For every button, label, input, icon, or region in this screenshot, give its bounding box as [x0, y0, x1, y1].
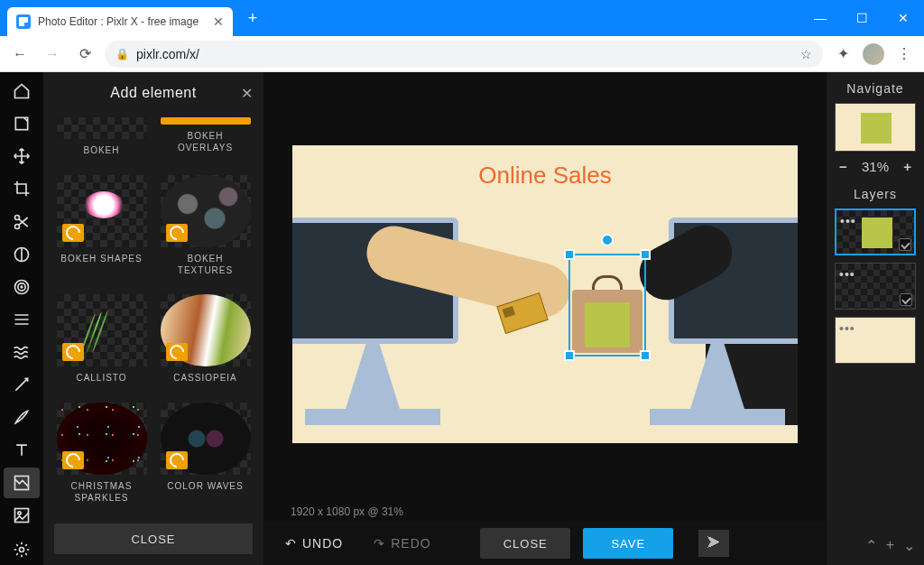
element-label: CASSIOPEIA [173, 372, 237, 384]
home-icon[interactable] [4, 76, 40, 107]
browser-tab[interactable]: Photo Editor : Pixlr X - free image ✕ [7, 7, 233, 36]
image-layer-icon[interactable] [4, 500, 40, 531]
element-item-bokeh-overlays[interactable]: BOKEH OVERLAYS [160, 117, 251, 162]
window-maximize-button[interactable]: ☐ [841, 0, 882, 36]
browser-toolbar: ← → ⟳ 🔒 pixlr.com/x/ ☆ ✦ ⋮ [0, 36, 924, 72]
layer-item-background[interactable]: ••• [835, 317, 916, 364]
expand-panel-icon[interactable]: ⮞ [698, 530, 729, 557]
add-element-tool-icon[interactable] [4, 468, 40, 498]
browser-menu-icon[interactable]: ⋮ [892, 42, 917, 67]
canvas-viewport[interactable]: Online Sales [263, 72, 827, 502]
element-item-callisto[interactable]: CALLISTO [56, 294, 147, 390]
undo-label: UNDO [302, 536, 343, 551]
selection-handle-tr[interactable] [640, 249, 651, 260]
zoom-out-button[interactable]: − [834, 159, 853, 174]
retouch-wand-icon[interactable] [4, 369, 40, 400]
selection-rotate-handle[interactable] [601, 234, 614, 246]
add-layer-icon[interactable]: + [886, 537, 894, 554]
element-thumb [161, 117, 251, 125]
element-item-bokeh-textures[interactable]: BOKEH TEXTURES [160, 175, 251, 282]
navigator-thumbnail[interactable] [835, 103, 916, 152]
selection-box[interactable] [568, 254, 646, 357]
layer-menu-icon[interactable]: ••• [840, 214, 856, 228]
cutout-scissors-icon[interactable] [4, 207, 40, 237]
bookmark-star-icon[interactable]: ☆ [800, 47, 812, 61]
window-minimize-button[interactable]: — [799, 0, 841, 36]
premium-badge-icon [62, 343, 84, 361]
redo-button: ↷REDO [365, 531, 439, 556]
close-button[interactable]: CLOSE [480, 528, 570, 559]
zoom-in-button[interactable]: + [898, 159, 917, 174]
element-thumb [57, 403, 147, 475]
panel-title: Add element [56, 85, 251, 101]
app-footer: ↶UNDO ↷REDO CLOSE SAVE ⮞ [263, 522, 827, 565]
settings-gear-icon[interactable] [4, 534, 40, 565]
element-item-bokeh[interactable]: BOKEH [56, 117, 147, 162]
pixlr-favicon [16, 14, 31, 29]
layer-visibility-toggle[interactable] [899, 238, 911, 251]
layer-menu-icon[interactable]: ••• [839, 267, 855, 282]
premium-badge-icon [62, 224, 84, 242]
layer-item-text[interactable]: ••• [835, 263, 916, 310]
effect-spiral-icon[interactable] [4, 272, 40, 302]
extensions-icon[interactable]: ✦ [830, 42, 855, 67]
selection-handle-bl[interactable] [564, 350, 575, 361]
svg-point-10 [20, 548, 24, 552]
svg-point-9 [18, 512, 21, 514]
adjust-contrast-icon[interactable] [4, 239, 40, 270]
premium-badge-icon [62, 451, 84, 469]
premium-badge-icon [166, 343, 188, 361]
draw-brush-icon[interactable] [4, 402, 40, 432]
add-element-panel: Add element ✕ BOKEH BOKEH OVERLAYS BOKEH… [43, 72, 263, 565]
layers-title: Layers [854, 187, 897, 201]
selection-handle-tl[interactable] [564, 249, 575, 260]
zoom-value: 31% [862, 159, 889, 174]
tab-title: Photo Editor : Pixlr X - free image [38, 15, 206, 28]
element-item-christmas-sparkles[interactable]: CHRISTMAS SPARKLES [56, 403, 147, 510]
workspace: Online Sales 1920 x 1080 px @ 31% ↶UNDO [263, 72, 827, 565]
undo-button[interactable]: ↶UNDO [276, 531, 352, 556]
address-bar[interactable]: 🔒 pixlr.com/x/ ☆ [105, 41, 823, 68]
lock-icon: 🔒 [116, 48, 129, 60]
pixlr-app: Add element ✕ BOKEH BOKEH OVERLAYS BOKEH… [0, 72, 924, 565]
layer-more-icon[interactable]: ⌄ [903, 537, 915, 554]
nav-reload-button[interactable]: ⟳ [72, 42, 97, 67]
element-item-cassiopeia[interactable]: CASSIOPEIA [160, 294, 251, 390]
panel-close-icon[interactable]: ✕ [241, 85, 253, 102]
crop-icon[interactable] [4, 173, 40, 204]
panel-close-button[interactable]: CLOSE [54, 523, 253, 554]
undo-icon: ↶ [285, 536, 297, 551]
element-label: BOKEH SHAPES [60, 253, 142, 264]
element-grid: BOKEH BOKEH OVERLAYS BOKEH SHAPES BOKEH … [43, 114, 263, 513]
panel-header: Add element ✕ [43, 72, 263, 114]
element-thumb [161, 294, 251, 366]
window-close-button[interactable]: ✕ [882, 0, 924, 36]
layer-collapse-icon[interactable]: ⌃ [865, 537, 877, 554]
profile-avatar[interactable] [863, 43, 884, 65]
arrange-icon[interactable] [4, 108, 40, 139]
element-item-bokeh-shapes[interactable]: BOKEH SHAPES [56, 175, 147, 282]
move-arrows-icon[interactable] [4, 141, 40, 171]
liquify-waves-icon[interactable] [4, 337, 40, 367]
tab-close-icon[interactable]: ✕ [213, 14, 224, 29]
canvas-headline-text: Online Sales [292, 162, 798, 190]
layer-item-shape[interactable]: ••• [835, 208, 916, 255]
selection-handle-br[interactable] [640, 350, 651, 361]
save-button[interactable]: SAVE [583, 528, 673, 559]
redo-icon: ↷ [374, 536, 385, 551]
svg-rect-7 [15, 476, 29, 489]
filter-lines-icon[interactable] [4, 304, 40, 335]
browser-titlebar: Photo Editor : Pixlr X - free image ✕ + … [0, 0, 924, 36]
element-item-color-waves[interactable]: COLOR WAVES [160, 403, 251, 510]
svg-point-6 [21, 286, 23, 288]
element-thumb [57, 117, 147, 139]
panel-footer: CLOSE [43, 513, 263, 565]
layers-list: ••• ••• ••• [832, 208, 919, 530]
nav-back-button[interactable]: ← [7, 42, 32, 67]
text-tool-icon[interactable] [4, 435, 40, 466]
layer-visibility-toggle[interactable] [900, 293, 912, 306]
element-thumb [161, 175, 251, 247]
canvas[interactable]: Online Sales [292, 145, 798, 443]
element-thumb [57, 175, 147, 247]
new-tab-button[interactable]: + [240, 5, 265, 31]
